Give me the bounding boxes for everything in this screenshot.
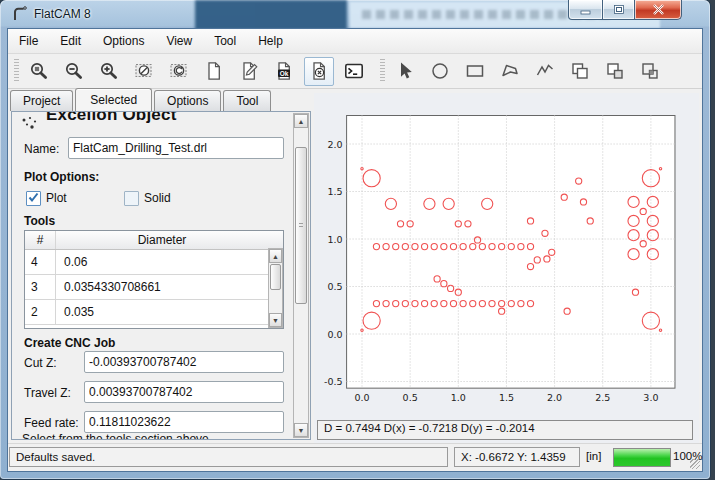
tool-number-cell[interactable]: 4 xyxy=(25,250,56,274)
zoom-out-icon xyxy=(63,60,85,82)
draw-polygon-button[interactable] xyxy=(495,57,525,86)
x-tick-label: 0.5 xyxy=(403,392,418,403)
tab-project[interactable]: Project xyxy=(10,90,73,111)
draw-rectangle-button[interactable] xyxy=(460,57,490,86)
new-file-icon xyxy=(203,60,225,82)
minimize-button[interactable] xyxy=(568,0,603,20)
resize-grip[interactable] xyxy=(690,459,700,469)
table-scroll-down-button[interactable]: ▼ xyxy=(269,313,282,327)
background-window-blob xyxy=(195,0,347,28)
tool-row[interactable]: 3 0.0354330708661 xyxy=(25,275,283,300)
tab-options[interactable]: Options xyxy=(154,90,221,111)
tool-diameter-cell[interactable]: 0.06 xyxy=(56,255,268,269)
union-icon xyxy=(569,60,591,82)
x-tick-label: 3.0 xyxy=(643,392,658,403)
travelz-input[interactable] xyxy=(84,381,284,403)
ok-file-button[interactable]: Ok xyxy=(269,57,299,86)
select-arrow-button[interactable] xyxy=(390,57,420,86)
edit-file-button[interactable] xyxy=(234,57,264,86)
close-button[interactable] xyxy=(635,0,682,20)
name-label: Name: xyxy=(24,142,59,156)
plot-pane: 0.00.51.01.52.02.53.0-0.50.00.51.01.52.0… xyxy=(314,93,699,443)
cancel-edit-button[interactable] xyxy=(304,57,334,86)
menu-tool[interactable]: Tool xyxy=(203,30,247,52)
cursor-coordinates: X: -0.6672 Y: 1.4359 xyxy=(454,447,580,467)
tools-table: # Diameter 4 0.06 3 0.0354330708661 2 0.… xyxy=(24,230,284,329)
toolbar: Ok xyxy=(8,54,702,89)
draw-polyline-button[interactable] xyxy=(530,57,560,86)
excellon-drill-icon xyxy=(20,115,40,130)
zoom-fit-button[interactable] xyxy=(24,57,54,86)
cutz-label: Cut Z: xyxy=(24,356,57,370)
y-tick-label: -0.5 xyxy=(324,376,343,387)
replot-button[interactable] xyxy=(164,57,194,86)
panel-scroll-up-button[interactable]: ▲ xyxy=(294,114,308,128)
tool-row[interactable]: 2 0.035 xyxy=(25,300,283,325)
flatcam-logo-icon xyxy=(11,5,29,23)
draw-polyline-icon xyxy=(534,60,556,82)
tools-footnote: Select from the tools section above xyxy=(22,432,209,440)
zoom-in-icon xyxy=(98,60,120,82)
tools-table-scrollbar[interactable]: ▲ ▼ xyxy=(268,248,283,328)
tool-number-cell[interactable]: 3 xyxy=(25,275,56,299)
menu-options[interactable]: Options xyxy=(92,30,155,52)
new-file-button[interactable] xyxy=(199,57,229,86)
draw-circle-icon xyxy=(429,60,451,82)
selected-object-panel: Excellon Object Name: Plot Options: Plot… xyxy=(11,111,311,440)
tab-tool[interactable]: Tool xyxy=(223,90,271,111)
draw-circle-button[interactable] xyxy=(425,57,455,86)
table-scroll-up-button[interactable]: ▲ xyxy=(269,249,282,263)
tool-number-header[interactable]: # xyxy=(25,231,56,249)
menu-help[interactable]: Help xyxy=(247,30,294,52)
tool-number-cell[interactable]: 2 xyxy=(25,300,56,324)
tool-diameter-header[interactable]: Diameter xyxy=(56,233,268,247)
tool-row[interactable]: 4 0.06 xyxy=(25,250,283,275)
x-tick-label: 0.0 xyxy=(354,392,369,403)
feedrate-input[interactable] xyxy=(84,411,284,433)
zoom-in-button[interactable] xyxy=(94,57,124,86)
tool-diameter-cell[interactable]: 0.0354330708661 xyxy=(56,280,268,294)
menu-view[interactable]: View xyxy=(155,30,203,52)
client-area: FileEditOptionsViewToolHelp Ok ProjectSe… xyxy=(7,28,703,472)
progress-bar xyxy=(613,448,671,467)
shell-button[interactable] xyxy=(339,57,369,86)
cutz-input[interactable] xyxy=(84,351,284,373)
x-tick-label: 2.5 xyxy=(595,392,610,403)
table-scrollbar-thumb[interactable] xyxy=(270,264,281,290)
toolbar-drag-handle[interactable] xyxy=(14,59,19,83)
zoom-out-button[interactable] xyxy=(59,57,89,86)
menu-bar: FileEditOptionsViewToolHelp xyxy=(8,29,702,54)
solid-checkbox-label[interactable]: Solid xyxy=(144,191,171,205)
solid-checkbox[interactable] xyxy=(124,191,139,206)
draw-rectangle-icon xyxy=(464,60,486,82)
zoom-fit-icon xyxy=(28,60,50,82)
y-tick-label: 0.0 xyxy=(327,329,342,340)
restore-button[interactable] xyxy=(603,0,635,20)
feedrate-label: Feed rate: xyxy=(24,416,79,430)
plot-canvas[interactable]: 0.00.51.01.52.02.53.0-0.50.00.51.01.52.0 xyxy=(314,93,706,411)
clear-plot-button[interactable] xyxy=(129,57,159,86)
x-tick-label: 1.5 xyxy=(499,392,514,403)
plot-checkbox[interactable] xyxy=(26,191,41,206)
subtract-button[interactable] xyxy=(600,57,630,86)
name-input[interactable] xyxy=(68,137,284,159)
svg-text:Ok: Ok xyxy=(280,70,289,77)
y-tick-label: 2.0 xyxy=(327,139,342,150)
panel-scroll-down-button[interactable]: ▼ xyxy=(294,423,308,437)
plot-checkbox-label[interactable]: Plot xyxy=(46,191,67,205)
distance-readout: D = 0.7494 D(x) = -0.7218 D(y) = -0.2014 xyxy=(317,420,693,440)
tab-selected[interactable]: Selected xyxy=(75,88,152,111)
cnc-section-label: Create CNC Job xyxy=(24,336,115,350)
menu-file[interactable]: File xyxy=(8,30,49,52)
panel-scrollbar-thumb[interactable] xyxy=(295,147,307,304)
toolbar-drag-handle[interactable] xyxy=(380,59,385,83)
intersect-button[interactable] xyxy=(635,57,665,86)
menu-edit[interactable]: Edit xyxy=(49,30,92,52)
union-button[interactable] xyxy=(565,57,595,86)
tools-label: Tools xyxy=(24,214,55,228)
edit-file-icon xyxy=(238,60,260,82)
panel-scrollbar[interactable]: ▲ ▼ xyxy=(293,113,309,438)
draw-polygon-icon xyxy=(499,60,521,82)
x-tick-label: 1.0 xyxy=(451,392,466,403)
tool-diameter-cell[interactable]: 0.035 xyxy=(56,305,268,319)
